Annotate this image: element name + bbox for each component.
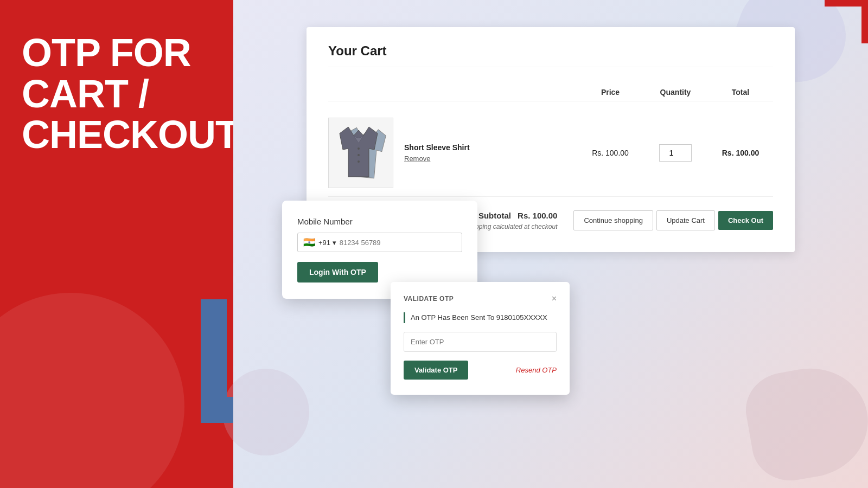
item-name: Short Sleeve Shirt [404, 143, 567, 152]
item-quantity-input[interactable] [659, 144, 692, 162]
phone-input-row[interactable]: 🇮🇳 +91 ▾ [297, 233, 462, 252]
otp-sent-message: An OTP Has Been Sent To 9180105XXXXX [404, 312, 557, 323]
svg-point-2 [358, 147, 360, 150]
left-panel: OTP FOR CART / CHECKOUT [0, 0, 233, 488]
item-remove-link[interactable]: Remove [404, 155, 567, 163]
validate-title: VALIDATE OTP [404, 295, 454, 303]
svg-point-3 [358, 154, 360, 156]
checkout-button[interactable]: Check Out [718, 211, 773, 230]
l-shape-decoration [201, 299, 233, 423]
continue-shopping-button[interactable]: Continue shopping [573, 210, 653, 230]
col-quantity-header: Quantity [643, 88, 708, 97]
validate-otp-button[interactable]: Validate OTP [404, 361, 468, 380]
right-panel: Your Cart Price Quantity Total [233, 0, 868, 488]
otp-input-field[interactable] [404, 332, 557, 352]
red-corner-accent [814, 0, 868, 49]
blob-bottom-right [740, 359, 868, 486]
cart-table-header: Price Quantity Total [328, 84, 773, 101]
update-cart-button[interactable]: Update Cart [656, 210, 715, 230]
item-total: Rs. 100.00 [708, 149, 773, 157]
col-price-header: Price [578, 88, 643, 97]
col-total-header: Total [708, 88, 773, 97]
item-price: Rs. 100.00 [578, 149, 643, 157]
cart-title: Your Cart [328, 43, 773, 67]
validate-footer: Validate OTP Resend OTP [404, 361, 557, 380]
flag-icon: 🇮🇳 [303, 236, 315, 248]
country-code[interactable]: +91 ▾ [318, 239, 336, 247]
resend-otp-link[interactable]: Resend OTP [516, 366, 557, 374]
item-image [328, 118, 393, 188]
subtotal-value: Rs. 100.00 [518, 211, 557, 220]
item-details: Short Sleeve Shirt Remove [393, 143, 578, 163]
close-validate-modal-button[interactable]: × [552, 294, 557, 304]
cart-actions: Continue shopping Update Cart Check Out [573, 210, 773, 230]
validate-otp-modal: VALIDATE OTP × An OTP Has Been Sent To 9… [391, 282, 570, 395]
blob-mid-left [222, 369, 309, 455]
svg-point-4 [358, 160, 360, 163]
item-quantity-wrapper[interactable] [643, 144, 708, 162]
subtotal-label: Subtotal [478, 211, 511, 220]
hero-title: OTP FOR CART / CHECKOUT [0, 0, 233, 156]
validate-header: VALIDATE OTP × [404, 294, 557, 304]
mobile-label: Mobile Number [297, 217, 462, 226]
login-with-otp-button[interactable]: Login With OTP [297, 262, 378, 282]
phone-input[interactable] [340, 239, 456, 247]
cart-item-row: Short Sleeve Shirt Remove Rs. 100.00 Rs.… [328, 110, 773, 197]
